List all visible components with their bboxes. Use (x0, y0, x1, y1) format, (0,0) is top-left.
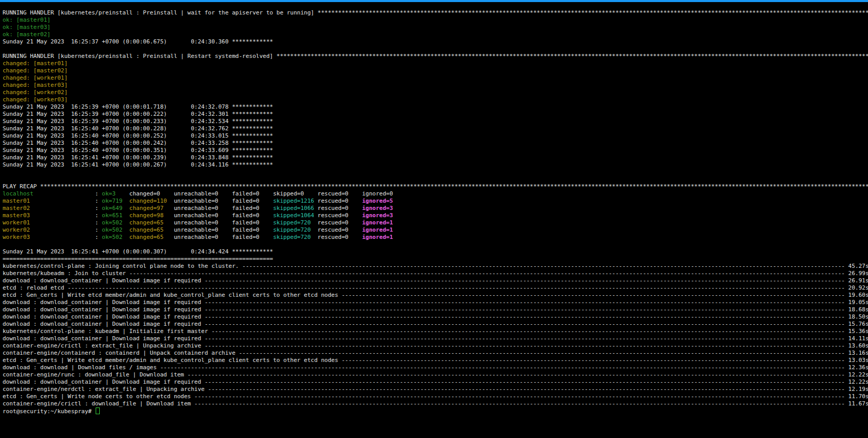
terminal-output[interactable]: RUNNING HANDLER [kubernetes/preinstall :… (0, 2, 868, 431)
task-result-text: changed: [master03] (3, 82, 68, 88)
timestamp-line: Sunday 21 May 2023 16:25:40 +0700 (0:00:… (3, 132, 868, 140)
timestamp-line: Sunday 21 May 2023 16:25:41 +0700 (0:00:… (3, 154, 273, 161)
recap-unreachable: unreachable=0 (174, 226, 232, 233)
profile-task-text: download : download_container | Download… (3, 277, 868, 284)
profile-task-text: download : download_container | Download… (3, 313, 868, 320)
recap-changed: changed=0 (129, 190, 174, 197)
recap-failed: failed=0 (232, 212, 273, 219)
text-segment: : (92, 205, 102, 212)
recap-row: worker02 : ok=502 changed=65 unreachable… (3, 226, 868, 234)
timestamp-line: Sunday 21 May 2023 16:25:39 +0700 (0:00:… (3, 118, 273, 125)
recap-hostname: localhost (3, 190, 92, 197)
recap-skipped: skipped=1066 (273, 205, 317, 212)
task-result-text: changed: [master01] (3, 60, 68, 67)
recap-rescued: rescued=0 (317, 212, 362, 219)
recap-ignored: ignored=1 (362, 234, 403, 240)
task-result-text: changed: [worker03] (3, 96, 68, 103)
recap-failed: failed=0 (232, 226, 273, 233)
terminal-line (3, 169, 868, 176)
recap-changed: changed=65 (129, 219, 174, 226)
profile-task-text: kubernetes/control-plane : kubeadm | Ini… (3, 328, 868, 335)
profile-task-text: download : download_container | Download… (3, 299, 868, 306)
recap-hostname: worker03 (3, 234, 92, 240)
recap-skipped: skipped=0 (273, 190, 317, 197)
timestamp-line: Sunday 21 May 2023 16:25:41 +0700 (0:00:… (3, 248, 273, 255)
running-handler-header: RUNNING HANDLER [kubernetes/preinstall :… (3, 53, 868, 60)
separator-rule: ========================================… (3, 255, 868, 263)
recap-hostname: worker02 (3, 226, 92, 233)
terminal-line (3, 46, 868, 53)
recap-unreachable: unreachable=0 (174, 190, 232, 197)
profile-task-text: etcd : Gen_certs | Write node certs to o… (3, 393, 868, 400)
task-result: changed: [worker03] (3, 96, 868, 103)
timestamp-line: Sunday 21 May 2023 16:25:39 +0700 (0:00:… (3, 111, 868, 118)
task-result-text: changed: [master02] (3, 67, 68, 74)
running-handler-header: RUNNING HANDLER [kubernetes/preinstall :… (3, 53, 868, 59)
profile-task-line: etcd : Gen_certs | Write node certs to o… (3, 393, 868, 400)
profile-task-text: download : download_container | Download… (3, 306, 868, 313)
timestamp-line: Sunday 21 May 2023 16:25:39 +0700 (0:00:… (3, 103, 868, 111)
task-result-text: ok: [master01] (3, 17, 51, 23)
profile-task-line: kubernetes/kubeadm : Join to cluster ---… (3, 270, 868, 277)
recap-rescued: rescued=0 (317, 198, 362, 204)
task-result: changed: [master02] (3, 67, 868, 74)
recap-unreachable: unreachable=0 (174, 205, 232, 212)
text-segment: : (92, 190, 102, 197)
profile-task-line: etcd : Gen_certs | Write etcd member/adm… (3, 292, 868, 299)
profile-task-line: etcd : Gen_certs | Write etcd member/adm… (3, 357, 868, 364)
timestamp-line: Sunday 21 May 2023 16:25:40 +0700 (0:00:… (3, 125, 273, 132)
profile-task-line: kubernetes/control-plane : Joining contr… (3, 263, 868, 270)
profile-task-text: etcd : reload etcd ---------------------… (3, 284, 868, 291)
profile-task-line: download : download_container | Download… (3, 335, 868, 342)
terminal-cursor[interactable] (96, 407, 100, 414)
profile-task-line: container-engine/crictl : extract_file |… (3, 342, 868, 350)
profile-task-text: etcd : Gen_certs | Write etcd member/adm… (3, 357, 868, 364)
play-recap-header: PLAY RECAP *****************************… (3, 183, 868, 190)
recap-rescued: rescued=0 (317, 234, 362, 240)
recap-changed: changed=65 (129, 226, 174, 233)
timestamp-line: Sunday 21 May 2023 16:25:41 +0700 (0:00:… (3, 161, 273, 168)
recap-hostname: master01 (3, 198, 92, 204)
timestamp-line: Sunday 21 May 2023 16:25:41 +0700 (0:00:… (3, 154, 868, 161)
recap-failed: failed=0 (232, 198, 273, 204)
recap-hostname: worker01 (3, 219, 92, 226)
shell-prompt[interactable]: root@security:~/kubespray# (3, 407, 868, 415)
recap-failed: failed=0 (232, 219, 273, 226)
recap-skipped: skipped=720 (273, 234, 317, 240)
task-result: changed: [worker02] (3, 89, 868, 96)
profile-task-text: etcd : Gen_certs | Write etcd member/adm… (3, 292, 868, 298)
running-handler-header: RUNNING HANDLER [kubernetes/preinstall :… (3, 9, 868, 17)
profile-task-text: download : download_container | Download… (3, 335, 868, 342)
profile-task-line: etcd : reload etcd ---------------------… (3, 284, 868, 292)
recap-unreachable: unreachable=0 (174, 219, 232, 226)
timestamp-line: Sunday 21 May 2023 16:25:41 +0700 (0:00:… (3, 161, 868, 169)
text-segment: : (92, 198, 102, 204)
task-result: ok: [master02] (3, 31, 868, 38)
profile-task-line: container-engine/containerd : containerd… (3, 350, 868, 357)
recap-ok: ok=719 (102, 198, 129, 204)
recap-ignored: ignored=1 (362, 219, 403, 226)
recap-rescued: rescued=0 (317, 219, 362, 226)
recap-skipped: skipped=720 (273, 226, 317, 233)
task-result: changed: [worker01] (3, 74, 868, 82)
task-result-text: changed: [worker02] (3, 89, 68, 96)
profile-task-line: download : download_container | Download… (3, 379, 868, 386)
recap-hostname: master02 (3, 205, 92, 212)
profile-task-text: download : download | Download files / i… (3, 364, 868, 371)
recap-ok: ok=649 (102, 205, 129, 212)
recap-skipped: skipped=720 (273, 219, 317, 226)
recap-ok: ok=502 (102, 234, 129, 240)
prompt-text: root@security:~/kubespray# (3, 408, 95, 415)
recap-ok: ok=502 (102, 226, 129, 233)
recap-failed: failed=0 (232, 205, 273, 212)
timestamp-line: Sunday 21 May 2023 16:25:40 +0700 (0:00:… (3, 147, 868, 154)
task-result: changed: [master03] (3, 82, 868, 89)
recap-unreachable: unreachable=0 (174, 198, 232, 204)
profile-task-text: container-engine/crictl : download_file … (3, 400, 868, 407)
timestamp-line: Sunday 21 May 2023 16:25:39 +0700 (0:00:… (3, 118, 868, 125)
timestamp-line: Sunday 21 May 2023 16:25:40 +0700 (0:00:… (3, 147, 273, 154)
terminal-window: { "window": { "top_border_color": "#1896… (0, 0, 868, 438)
text-segment: : (92, 226, 102, 233)
task-result-text: ok: [master03] (3, 24, 51, 31)
profile-task-text: container-engine/runc : download_file | … (3, 371, 868, 378)
